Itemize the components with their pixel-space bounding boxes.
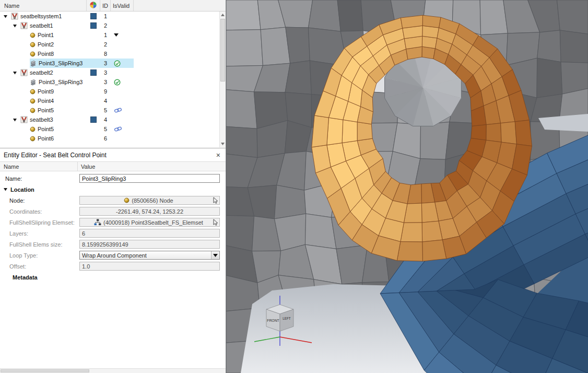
tree-item-content: Point5 (30, 106, 87, 115)
tree-item-point8[interactable]: Point88 (0, 49, 219, 59)
component-color-swatch[interactable] (90, 22, 97, 29)
editor-row-offset: Offset:1.0 (0, 261, 226, 272)
section-collapse-icon[interactable] (3, 187, 8, 192)
editor-column-value: Value (78, 162, 226, 171)
color-swatch-cell[interactable] (87, 11, 100, 21)
tree-item-point1[interactable]: Point11 (0, 30, 219, 40)
tree-item-label: seatbelt3 (30, 116, 53, 123)
model-scene: FRONTLEFT (226, 0, 588, 373)
row-spacer (134, 21, 219, 30)
entity-selector-fullshellslipring-elemset[interactable]: (4000918) Point3Seatbelt_FS_Elemset (79, 218, 220, 227)
isvalid-cell (111, 30, 134, 40)
tree-item-point2[interactable]: Point22 (0, 40, 219, 49)
tree-item-label: Point8 (38, 51, 54, 57)
component-color-swatch[interactable] (90, 13, 97, 19)
tree-item-id: 5 (100, 106, 111, 115)
editor-row-layers: Layers:6 (0, 228, 226, 239)
tree-item-label: seatbelt2 (30, 69, 53, 76)
expander-icon[interactable] (3, 14, 11, 19)
scrollbar-down-icon[interactable] (220, 141, 226, 147)
tree-item-seatbeltsystem1[interactable]: seatbeltsystem11 (0, 11, 219, 21)
tree-item-label: Point3_SlipRing3 (39, 79, 83, 85)
tree-item-name-cell: Point6 (0, 134, 87, 143)
isvalid-cell (111, 11, 134, 21)
tree-row-list: seatbeltsystem11seatbelt12Point11Point22… (0, 11, 219, 143)
tree-item-content: Point4 (30, 96, 87, 106)
entity-selector-node[interactable]: (8500656) Node (79, 196, 220, 205)
editor-row-coordinates: Coordinates:-2261.49, 574.24, 1253.22 (0, 206, 226, 217)
tree-item-point6[interactable]: Point66 (0, 134, 219, 143)
component-color-swatch[interactable] (90, 69, 97, 76)
tree-indent (0, 21, 13, 30)
color-swatch-cell (87, 30, 100, 40)
tree-item-point5[interactable]: Point55 (0, 124, 219, 134)
point-icon (30, 32, 36, 38)
tree-item-label: Point5 (38, 107, 54, 113)
expander-icon[interactable] (13, 71, 20, 75)
column-header-color[interactable] (87, 0, 100, 11)
tree-indent (0, 134, 22, 143)
isvalid-cell (111, 49, 134, 59)
row-spacer (134, 87, 219, 96)
column-header-isvalid[interactable]: IsValid (111, 0, 134, 11)
tree-item-name-cell: seatbelt2 (0, 68, 87, 77)
tree-item-content: Point5 (30, 124, 87, 134)
tree-item-content: seatbelt2 (20, 68, 87, 77)
isvalid-cell (111, 124, 134, 134)
pick-cursor-icon[interactable] (213, 197, 219, 205)
scrollbar-thumb[interactable] (220, 19, 225, 81)
dropdown-arrow-icon[interactable] (211, 251, 219, 259)
row-spacer (134, 49, 219, 59)
tree-item-id: 3 (100, 59, 111, 68)
editor-row-fullshellslipring-elemset: FullShellSlipring Elemset:(4000918) Poin… (0, 217, 226, 228)
tree-item-point3-slipring3[interactable]: Point3_SlipRing33 (0, 77, 219, 87)
row-spacer (134, 30, 219, 40)
field-label-node: Node: (0, 197, 79, 204)
tree-item-point3-slipring3[interactable]: Point3_SlipRing33 (0, 59, 219, 68)
scrollbar-up-icon[interactable] (220, 11, 226, 18)
column-header-id[interactable]: ID (100, 0, 111, 11)
horizontal-scrollbar-thumb[interactable] (1, 369, 89, 372)
tree-item-point4[interactable]: Point44 (0, 96, 219, 106)
tree-item-name-cell: Point1 (0, 30, 87, 40)
tree-item-label: Point4 (38, 98, 54, 104)
belt-icon (20, 116, 28, 123)
tree-item-seatbelt3[interactable]: seatbelt34 (0, 115, 219, 124)
tree-item-point9[interactable]: Point99 (0, 87, 219, 96)
pick-cursor-icon[interactable] (213, 219, 219, 227)
close-icon[interactable]: × (216, 151, 220, 159)
field-label-offset: Offset: (0, 263, 79, 270)
isvalid-cell (111, 96, 134, 106)
isvalid-cell (111, 134, 134, 143)
tree-item-point5[interactable]: Point55 (0, 106, 219, 115)
expander-icon[interactable] (13, 24, 20, 28)
color-swatch-cell (87, 106, 100, 115)
loop-type-dropdown[interactable]: Wrap Around Component (79, 251, 220, 260)
tree-item-seatbelt1[interactable]: seatbelt12 (0, 21, 219, 30)
entity-editor-titlebar: Entity Editor - Seat Belt Control Point … (0, 148, 226, 161)
tree-item-name-cell: Point3_SlipRing3 (0, 59, 87, 68)
expander-icon[interactable] (13, 118, 20, 122)
tree-item-seatbelt2[interactable]: seatbelt23 (0, 68, 219, 77)
readonly-field-fullshell-elems-size: 8.1599256399149 (79, 240, 220, 249)
column-header-name[interactable]: Name (0, 0, 87, 11)
color-swatch-cell[interactable] (87, 115, 100, 124)
editor-row-name: Name: (0, 173, 226, 184)
tree-item-content: seatbelt3 (20, 115, 87, 124)
color-swatch-cell[interactable] (87, 68, 100, 77)
tree-vertical-scrollbar[interactable] (219, 11, 226, 147)
tree-item-name-cell: Point9 (0, 87, 87, 96)
name-input[interactable] (79, 174, 220, 183)
component-color-swatch[interactable] (90, 116, 97, 123)
color-swatch-cell (87, 49, 100, 59)
row-spacer (134, 96, 219, 106)
dropdown-caret-icon[interactable] (114, 33, 119, 37)
color-swatch-cell[interactable] (87, 21, 100, 30)
isvalid-cell (111, 77, 134, 87)
tree-item-id: 1 (100, 30, 111, 40)
tree-item-id: 5 (100, 124, 111, 134)
tree-indent (0, 30, 22, 40)
horizontal-scrollbar[interactable] (0, 368, 226, 373)
row-spacer (134, 115, 219, 124)
3d-viewport[interactable]: FRONTLEFT (226, 0, 588, 373)
